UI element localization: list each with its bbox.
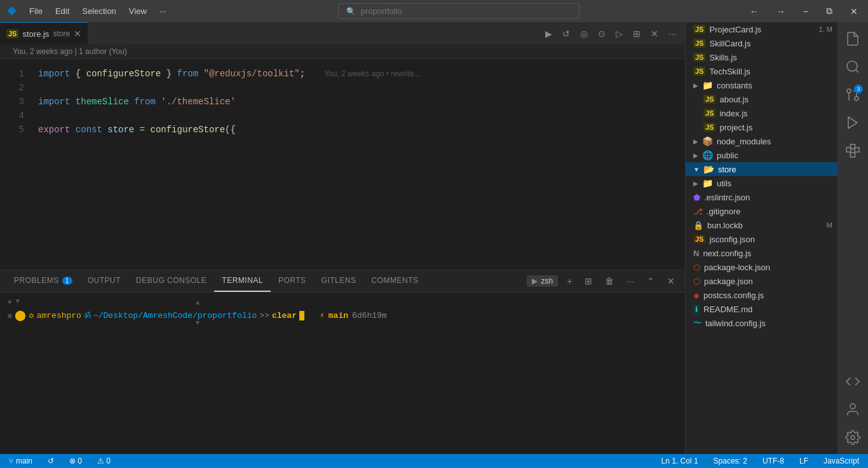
tree-item-bunlock[interactable]: 🔒 bun.lockb M [686,218,837,232]
status-spaces[interactable]: Spaces: 2 [711,457,750,465]
term-om-symbol: ॐ [84,311,91,320]
menu-selection[interactable]: Selection [77,4,121,18]
watch-btn2[interactable]: ◎ [578,27,590,40]
status-line-col[interactable]: Ln 1, Col 1 [659,457,701,465]
tree-item-nextconfig[interactable]: N next.config.js [686,246,837,260]
watch-btn3[interactable]: ⊙ [595,27,608,40]
tree-item-about[interactable]: JS about.js [686,92,837,106]
tree-item-utils[interactable]: ▶ 📁 utils [686,176,837,190]
tree-item-jsconfig[interactable]: JS jsconfig.json [686,232,837,246]
activity-run-debug[interactable] [840,110,865,135]
panel-maximize-btn[interactable]: ⌃ [643,275,658,287]
file-name: .eslintrc.json [704,193,750,202]
status-branch[interactable]: ⑂ main [6,457,35,465]
run-btn[interactable]: ▶ [543,27,555,40]
tree-item-gitignore[interactable]: ⎇ .gitignore [686,204,837,218]
tree-item-techskill[interactable]: JS TechSkill.js [686,64,837,78]
folder-name: public [717,151,738,160]
watch-btn1[interactable]: ↺ [560,27,573,40]
file-modified: M [827,221,832,229]
git-hash: 6d6h19m [352,311,387,320]
terminal-delete-btn[interactable]: 🗑 [601,275,618,287]
tab-terminal[interactable]: TERMINAL [214,270,271,292]
tree-item-store[interactable]: ▼ 📂 store [686,162,837,176]
status-language[interactable]: JavaScript [821,457,862,465]
files-icon [845,31,860,46]
debug-btn[interactable]: ▷ [613,27,625,40]
split-btn[interactable]: ⊞ [630,27,643,40]
search-input[interactable] [361,6,571,16]
activity-explorer[interactable] [840,26,865,52]
tree-item-eslint[interactable]: ⬟ .eslintrc.json [686,190,837,204]
tree-item-index[interactable]: JS index.js [686,106,837,120]
terminal-scrollbar[interactable]: ▲ ▼ [194,299,201,426]
tab-problems[interactable]: PROBLEMS 1 [6,270,80,292]
tree-item-postcss[interactable]: ◈ postcss.config.js [686,288,837,302]
nav-forward[interactable]: → [773,5,789,18]
menu-edit[interactable]: Edit [50,4,74,18]
extensions-icon [845,143,860,158]
file-name: .gitignore [707,207,740,216]
tree-item-skillcard[interactable]: JS SkillCard.js [686,36,837,50]
activity-settings[interactable] [840,425,865,450]
blame-bar: You, 2 weeks ago | 1 author (You) [0,45,685,59]
remote-icon [845,374,860,389]
tree-item-nodemodules[interactable]: ▶ 📦 node_modules [686,134,837,148]
main-area: JS store.js store ✕ ▶ ↺ ◎ ⊙ ▷ ⊞ ✕ ··· Yo… [0,22,868,454]
tab-gitlens[interactable]: GITLENS [314,270,364,292]
close-btn[interactable]: ✕ [846,5,862,18]
tree-item-project[interactable]: JS project.js [686,120,837,134]
js-icon: JS [693,25,705,34]
code-editor[interactable]: 1 2 3 4 5 import { configureStore } from… [0,59,685,270]
scroll-down-icon[interactable]: ▼ [16,298,20,305]
status-warnings[interactable]: ⚠ 0 [95,457,113,465]
tab-bar: JS store.js store ✕ ▶ ↺ ◎ ⊙ ▷ ⊞ ✕ ··· [0,22,685,45]
menu-view[interactable]: View [124,4,152,18]
menu-file[interactable]: File [24,4,48,18]
terminal-shell-label: zsh [541,277,553,286]
search-box[interactable]: 🔍 [338,3,580,19]
tab-close-btn[interactable]: ✕ [74,29,81,39]
tree-item-projectcard[interactable]: JS ProjectCard.js 1, M [686,22,837,36]
activity-account[interactable] [840,397,865,422]
terminal-plus-btn[interactable]: + [563,275,576,287]
status-sync[interactable]: ↺ [45,457,57,465]
tab-debug-label: DEBUG CONSOLE [136,276,207,285]
tree-item-tailwind[interactable]: 〜 tailwind.config.js [686,316,837,330]
editor-tab-store[interactable]: JS store.js store ✕ [0,22,88,45]
tab-filename: store.js [22,29,49,39]
tree-item-public[interactable]: ▶ 🌐 public [686,148,837,162]
maximize-btn[interactable]: ⧉ [822,4,836,18]
terminal-split-btn[interactable]: ⊞ [581,275,596,287]
activity-search[interactable] [840,54,865,79]
terminal-more-btn[interactable]: ··· [623,275,638,287]
status-errors[interactable]: ⊗ 0 [67,457,85,465]
activity-source-control[interactable]: 3 [840,82,865,107]
status-eol[interactable]: LF [797,457,811,465]
branch-icon: ⑂ [9,457,13,465]
editor-close-btn[interactable]: ✕ [648,27,661,40]
tree-item-constants[interactable]: ▶ 📁 constants [686,78,837,92]
minimize-btn[interactable]: − [799,5,812,18]
tree-item-skills[interactable]: JS Skills.js [686,50,837,64]
tree-item-pkg[interactable]: ⬡ package.json [686,274,837,288]
scroll-up-icon[interactable]: ▲ [8,298,12,305]
code-content[interactable]: import { configureStore } from "@reduxjs… [32,59,685,270]
nav-back[interactable]: ← [746,5,763,18]
tree-item-readme[interactable]: ℹ README.md [686,302,837,316]
status-encoding[interactable]: UTF-8 [760,457,787,465]
search-area: 🔍 [179,3,738,19]
tab-debug-console[interactable]: DEBUG CONSOLE [128,270,214,292]
tab-comments[interactable]: COMMENTS [363,270,426,292]
tab-ports[interactable]: PORTS [271,270,314,292]
terminal-content[interactable]: ▲ ▼ ◉ ⬤ ✡ amreshpro ॐ ~/Desktop/AmreshCo… [0,292,685,454]
activity-extensions[interactable] [840,138,865,163]
activity-remote[interactable] [840,369,865,394]
branch-name: main [16,457,32,465]
editor-more-btn[interactable]: ··· [666,27,679,40]
terminal-shell-btn[interactable]: ▶ zsh [527,275,558,287]
menu-more[interactable]: ··· [154,4,172,18]
panel-close-btn[interactable]: ✕ [663,275,679,287]
tab-output[interactable]: OUTPUT [80,270,128,292]
tree-item-pkglock[interactable]: ⬡ package-lock.json [686,260,837,274]
